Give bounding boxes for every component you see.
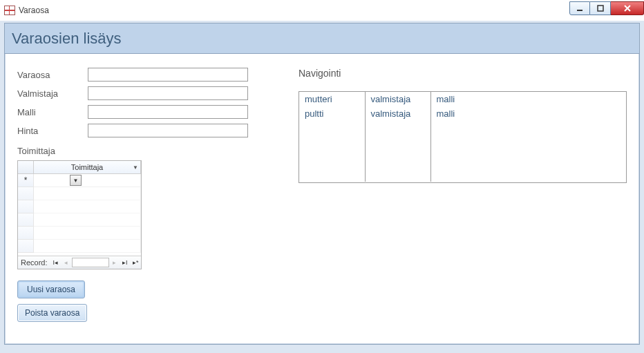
form-icon <box>4 6 15 15</box>
action-buttons: Uusi varaosa Poista varaosa <box>17 280 292 327</box>
minimize-icon <box>576 5 583 12</box>
navigation-listbox[interactable]: mutteri valmistaja malli pultti valmista… <box>299 91 627 183</box>
minimize-button[interactable] <box>569 1 590 15</box>
subform-empty-row <box>18 200 141 213</box>
list-cell: malli <box>430 92 626 106</box>
right-column: Navigointi mutteri valmistaja malli pult… <box>292 68 627 327</box>
varaosa-label: Varaosa <box>17 70 88 80</box>
list-cell: pultti <box>299 106 365 121</box>
valmistaja-input[interactable] <box>88 86 248 100</box>
combo-dropdown-button[interactable]: ▼ <box>70 175 82 186</box>
delete-varaosa-button[interactable]: Poista varaosa <box>17 304 87 322</box>
new-record-icon: ▸* <box>133 259 139 266</box>
subform-empty-row <box>18 240 141 253</box>
new-row-marker: * <box>18 174 34 187</box>
nav-new-button[interactable]: ▸* <box>131 258 142 268</box>
list-cell: valmistaja <box>365 92 430 106</box>
nav-next-button[interactable]: ▸ <box>109 258 120 268</box>
close-button[interactable] <box>611 1 644 15</box>
left-column: Varaosa Valmistaja Malli Hinta Toimittaj… <box>17 68 292 327</box>
subform-select-all[interactable] <box>18 161 34 174</box>
toimittaja-label: Toimittaja <box>17 146 292 156</box>
maximize-icon <box>597 5 604 12</box>
form-title: Varaosien lisäys <box>12 30 122 48</box>
subform-column-header-label: Toimittaja <box>71 163 103 171</box>
subform-new-row[interactable]: * ▼ <box>18 174 141 187</box>
list-cell: valmistaja <box>365 106 430 121</box>
close-icon <box>624 5 631 12</box>
first-icon: I◂ <box>53 259 59 266</box>
list-cell: malli <box>430 106 626 121</box>
malli-input[interactable] <box>88 105 248 119</box>
new-varaosa-button[interactable]: Uusi varaosa <box>17 280 85 298</box>
subform-record-nav: Record: I◂ ◂ ▸ ▸I ▸* <box>18 256 141 269</box>
navigation-title: Navigointi <box>299 68 627 79</box>
hinta-input[interactable] <box>88 124 248 137</box>
subform-empty-row <box>18 187 141 200</box>
form-header: Varaosien lisäys <box>5 23 639 54</box>
toimittaja-subform[interactable]: Toimittaja ▼ * ▼ <box>17 160 142 269</box>
nav-last-button[interactable]: ▸I <box>120 258 131 268</box>
malli-label: Malli <box>17 107 88 117</box>
varaosa-input[interactable] <box>88 68 248 82</box>
window: Varaosa Varaosien lisäys Varaosa <box>0 0 644 353</box>
subform-header-row: Toimittaja ▼ <box>18 161 141 174</box>
chevron-down-icon: ▼ <box>73 178 79 184</box>
window-buttons <box>569 1 644 17</box>
chevron-down-icon[interactable]: ▼ <box>133 164 138 171</box>
form-body: Varaosa Valmistaja Malli Hinta Toimittaj… <box>5 54 639 341</box>
nav-first-button[interactable]: I◂ <box>50 258 61 268</box>
form-frame: Varaosien lisäys Varaosa Valmistaja Mall… <box>4 23 640 345</box>
record-number-input[interactable] <box>72 258 109 267</box>
subform-empty-row <box>18 213 141 227</box>
subform-cell[interactable]: ▼ <box>34 174 141 187</box>
list-filler <box>299 121 626 182</box>
list-cell: mutteri <box>299 92 365 106</box>
maximize-button[interactable] <box>590 1 611 15</box>
field-row-varaosa: Varaosa <box>17 68 292 82</box>
nav-prev-button[interactable]: ◂ <box>61 258 72 268</box>
valmistaja-label: Valmistaja <box>17 88 88 99</box>
last-icon: ▸I <box>122 259 128 266</box>
list-item[interactable]: pultti valmistaja malli <box>299 106 626 121</box>
subform-empty-row <box>18 227 141 240</box>
field-row-malli: Malli <box>17 105 292 119</box>
svg-rect-1 <box>598 6 603 11</box>
window-title: Varaosa <box>19 6 49 15</box>
hinta-label: Hinta <box>17 126 88 136</box>
field-row-valmistaja: Valmistaja <box>17 86 292 100</box>
field-row-hinta: Hinta <box>17 124 292 137</box>
subform-column-header[interactable]: Toimittaja ▼ <box>34 161 141 174</box>
list-item[interactable]: mutteri valmistaja malli <box>299 92 626 106</box>
prev-icon: ◂ <box>64 259 68 266</box>
next-icon: ▸ <box>113 259 116 266</box>
record-nav-label: Record: <box>21 258 48 267</box>
titlebar[interactable]: Varaosa <box>0 0 644 21</box>
